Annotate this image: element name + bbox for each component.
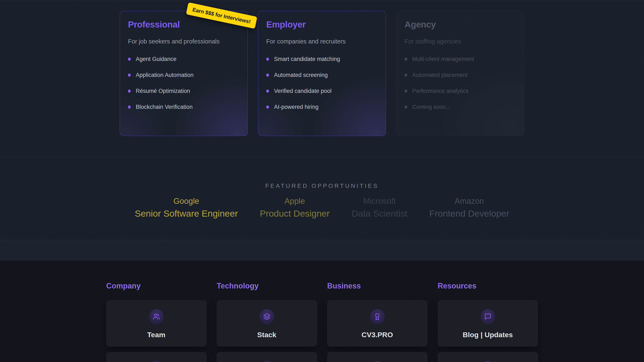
bullet-icon [266,105,269,109]
bullet-icon [266,74,269,77]
featured-role: Data Scientist [352,208,407,219]
plan-feature: Résumé Optimization [128,88,240,94]
footer-column-company: Company Team [106,281,206,362]
footer-heading: Resources [438,281,538,291]
featured-role: Product Designer [260,208,330,219]
layers-icon [260,309,274,324]
featured-role: Senior Software Engineer [135,208,238,219]
bullet-icon [404,105,407,109]
footer-tile-partial[interactable] [327,352,428,362]
footer-column-resources: Resources Blog | Updates [438,281,538,362]
featured-section: FEATURED OPPORTUNITIES Google Senior Sof… [0,157,644,240]
footer-column-business: Business CV3.PRO [327,281,428,362]
footer-column-technology: Technology Stack [217,281,317,362]
footer-tile-cv3pro[interactable]: CV3.PRO [327,300,428,347]
plan-feature-list: Smart candidate matching Automated scree… [266,56,378,110]
bullet-icon [266,90,269,93]
tile-label: Team [147,331,165,339]
plan-card-agency: Agency For staffing agencies Multi-clien… [396,11,524,136]
featured-item-apple[interactable]: Apple Product Designer [260,196,330,219]
tile-label: CV3.PRO [362,331,393,339]
award-icon [370,309,385,324]
featured-row: Google Senior Software Engineer Apple Pr… [0,196,644,219]
bullet-icon [128,74,131,77]
plan-feature: Performance analytics [404,88,516,94]
plan-feature: AI-powered hiring [266,104,378,110]
featured-company: Apple [260,196,330,206]
plan-feature: Agent Guidance [128,56,240,62]
plan-feature: Blockchain Verification [128,104,240,110]
plan-description: For companies and recruiters [266,38,378,45]
plans-grid: Earn $$$ for Interviews! Professional Fo… [120,11,524,136]
footer-tile-partial[interactable] [106,352,206,362]
plan-description: For job seekers and professionals [128,38,240,45]
footer-tile-partial[interactable] [438,352,538,362]
bullet-icon [128,58,131,61]
tile-icon [260,361,274,362]
featured-company: Google [135,196,238,206]
plan-title: Employer [266,19,378,30]
plan-card-employer[interactable]: Employer For companies and recruiters Sm… [258,11,386,136]
plan-feature-list: Agent Guidance Application Automation Ré… [128,56,240,110]
footer-heading: Business [327,281,428,291]
featured-company: Amazon [429,196,509,206]
bullet-icon [128,105,131,109]
bullet-icon [266,58,269,61]
featured-item-microsoft[interactable]: Microsoft Data Scientist [352,196,407,219]
plan-feature: Smart candidate matching [266,56,378,62]
plan-feature: Automated screening [266,72,378,78]
tile-label: Blog | Updates [462,331,513,339]
footer-heading: Technology [217,281,317,291]
footer-grid: Company Team Technology [106,281,538,362]
footer-heading: Company [106,281,206,291]
featured-item-amazon[interactable]: Amazon Frontend Developer [429,196,509,219]
footer-tile-partial[interactable] [217,352,317,362]
footer-tile-team[interactable]: Team [106,300,206,347]
users-icon [149,309,164,324]
bullet-icon [404,90,407,93]
featured-item-google[interactable]: Google Senior Software Engineer [135,196,238,219]
plan-feature-list: Multi-client management Automated placem… [404,56,516,110]
featured-title: FEATURED OPPORTUNITIES [0,182,644,190]
bullet-icon [404,74,407,77]
site-footer: Company Team Technology [0,260,644,362]
plan-feature: Verified candidate pool [266,88,378,94]
footer-tile-blog[interactable]: Blog | Updates [438,300,538,347]
plan-feature: Multi-client management [404,56,516,62]
tile-icon [370,361,385,362]
plans-section: Earn $$$ for Interviews! Professional Fo… [0,0,644,157]
featured-company: Microsoft [352,196,407,206]
plan-description: For staffing agencies [404,38,516,45]
plan-title: Agency [404,19,516,30]
bullet-icon [128,90,131,93]
tile-icon [149,361,164,362]
plan-feature: Application Automation [128,72,240,78]
message-icon [480,309,495,324]
bullet-icon [404,58,407,61]
footer-tile-stack[interactable]: Stack [217,300,317,347]
plan-feature: Coming soon... [404,104,516,110]
plan-feature: Automated placement [404,72,516,78]
tile-icon [480,361,495,362]
tile-label: Stack [257,331,276,339]
plan-card-professional[interactable]: Earn $$$ for Interviews! Professional Fo… [120,11,248,136]
section-divider-band [0,240,644,260]
featured-role: Frontend Developer [429,208,509,219]
